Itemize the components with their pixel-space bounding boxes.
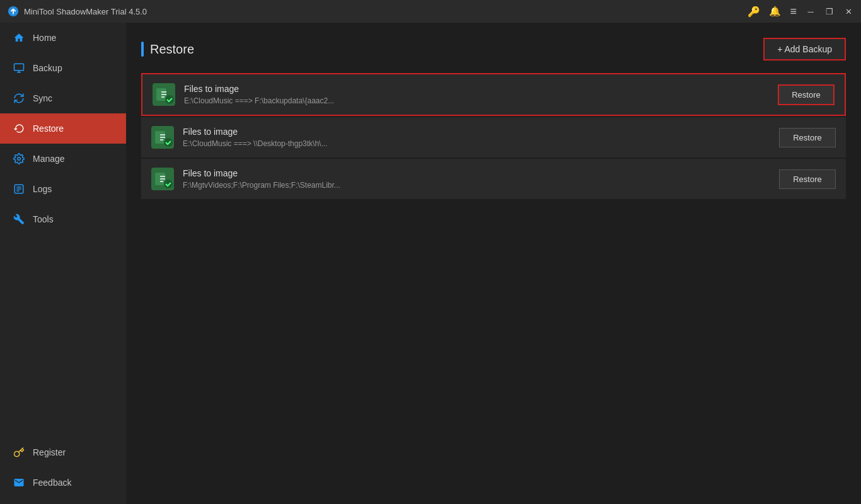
backup-item-name-2: Files to image [183,127,770,137]
key-icon[interactable]: 🔑 [748,6,760,18]
menu-icon[interactable]: ≡ [790,5,797,18]
backup-item-info-2: Files to image E:\CloudMusic ===> \\Desk… [183,127,770,148]
sync-icon [13,92,25,105]
feedback-icon [13,476,25,489]
backup-item-name-3: Files to image [183,168,770,178]
page-title-accent-bar [141,42,144,57]
sidebar-item-restore[interactable]: Restore [0,113,126,144]
svg-point-12 [164,180,173,188]
sidebar-item-tools[interactable]: Tools [0,204,126,234]
restore-button-1[interactable]: Restore [778,84,835,105]
sidebar-item-home[interactable]: Home [0,23,126,53]
sidebar-item-backup[interactable]: Backup [0,53,126,83]
sidebar-item-sync[interactable]: Sync [0,83,126,113]
page-header: Restore + Add Backup [141,38,846,60]
restore-button-3[interactable]: Restore [779,169,836,189]
add-backup-button[interactable]: + Add Backup [763,38,846,60]
restore-button[interactable]: ❐ [824,6,835,16]
backup-item-icon-3 [151,168,174,190]
backup-item-name-1: Files to image [184,84,769,94]
page-title-wrapper: Restore [141,42,194,57]
sidebar: Home Backup Sync Restore [0,23,126,504]
sidebar-bottom: Register Feedback [0,437,126,504]
title-bar: MiniTool ShadowMaker Trial 4.5.0 🔑 🔔 ≡ ─… [0,0,861,23]
page-title: Restore [150,42,194,57]
sidebar-item-manage[interactable]: Manage [0,144,126,174]
svg-point-2 [18,158,21,161]
window-controls: 🔑 🔔 ≡ ─ ❐ ✕ [748,5,853,18]
backup-item-1: Files to image E:\CloudMusic ===> F:\bac… [141,73,846,116]
backup-item-path-3: F:\MgtvVideos;F:\Program Files;F:\SteamL… [183,181,770,190]
backup-item-icon-1 [153,83,175,106]
main-content: Restore + Add Backup Files to im [126,23,861,504]
app-logo [8,6,19,17]
notifications-icon[interactable]: 🔔 [769,6,781,17]
close-button[interactable]: ✕ [843,6,853,16]
sidebar-item-register[interactable]: Register [0,437,126,467]
backup-item-path-2: E:\CloudMusic ===> \\Desktop-thgp3tk\h\.… [183,139,770,148]
logs-icon [13,183,25,195]
backup-item-3: Files to image F:\MgtvVideos;F:\Program … [141,159,846,199]
backup-item-icon-2 [151,126,174,149]
backup-item-2: Files to image E:\CloudMusic ===> \\Desk… [141,117,846,158]
restore-icon [13,122,25,135]
tools-icon [13,213,25,226]
minimize-button[interactable]: ─ [806,6,816,16]
backup-icon [13,62,25,74]
manage-icon [13,152,25,165]
restore-button-2[interactable]: Restore [779,128,836,147]
svg-point-6 [165,95,174,104]
svg-point-9 [164,138,173,147]
backup-item-info-3: Files to image F:\MgtvVideos;F:\Program … [183,168,770,190]
svg-rect-1 [14,64,24,71]
backup-list: Files to image E:\CloudMusic ===> F:\bac… [141,73,846,199]
home-icon [13,32,25,44]
backup-item-path-1: E:\CloudMusic ===> F:\backupdata\{aaac2.… [184,96,769,105]
sidebar-item-logs[interactable]: Logs [0,174,126,204]
sidebar-item-feedback[interactable]: Feedback [0,467,126,498]
register-icon [13,446,25,459]
app-body: Home Backup Sync Restore [0,23,861,504]
app-title-text: MiniTool ShadowMaker Trial 4.5.0 [24,7,748,16]
backup-item-info-1: Files to image E:\CloudMusic ===> F:\bac… [184,84,769,105]
